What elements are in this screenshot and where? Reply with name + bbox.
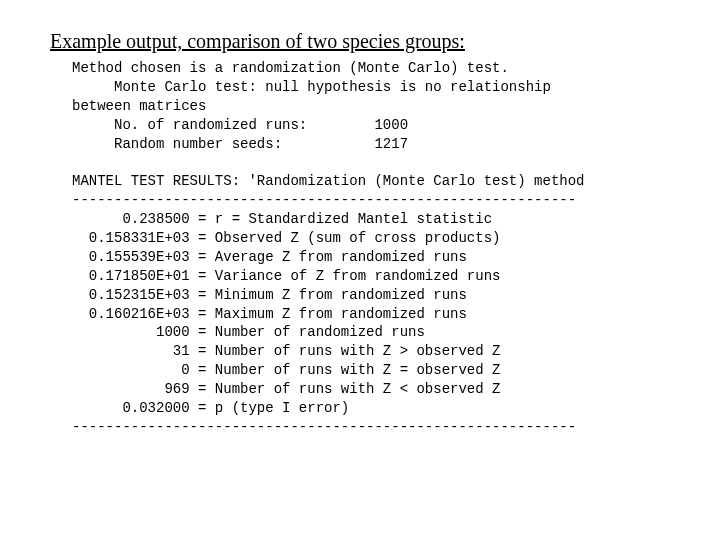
output-block: Method chosen is a randomization (Monte … — [72, 59, 670, 437]
page-title: Example output, comparison of two specie… — [50, 30, 670, 53]
